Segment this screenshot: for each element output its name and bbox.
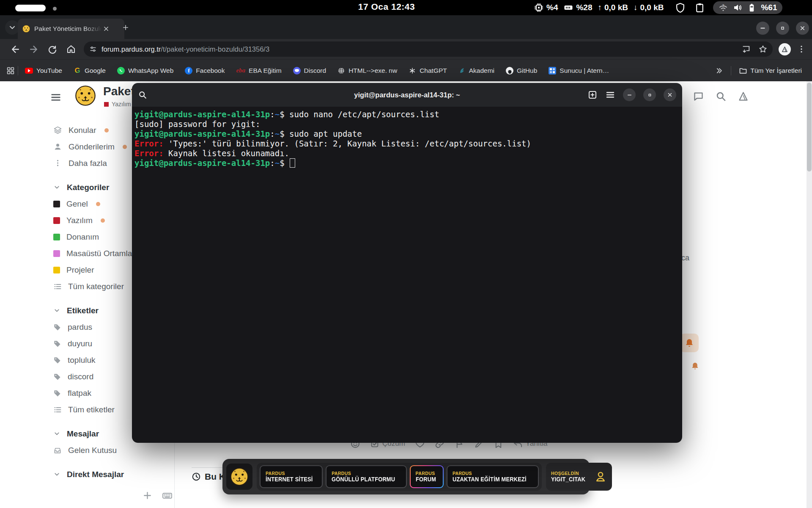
category-color-swatch <box>104 102 109 107</box>
terminal-titlebar[interactable]: yigit@pardus-aspire-al14-31p: ~ <box>132 83 682 107</box>
bookmark-star-icon[interactable] <box>758 44 768 54</box>
pardus-dock-logo[interactable] <box>226 464 252 490</box>
sidebar-section-direkt-mesajlar[interactable]: Direkt Mesajlar <box>53 466 174 483</box>
tag-icon <box>53 323 61 331</box>
terminal-cursor <box>290 158 295 168</box>
google-icon: G <box>74 67 81 75</box>
keyboard-shortcuts-icon[interactable] <box>162 490 173 501</box>
inbox-icon <box>53 446 62 455</box>
bookmark-eba[interactable]: eba EBA Eğitim <box>236 67 281 75</box>
new-dot <box>104 128 109 133</box>
bookmark-akademi[interactable]: Akademi <box>458 67 494 75</box>
chat-icon[interactable] <box>693 91 704 102</box>
reload-button[interactable] <box>43 44 62 54</box>
page-scrollbar-thumb[interactable] <box>807 83 812 171</box>
dock-link-internet-sitesi[interactable]: PARDUSİNTERNET SİTESİ <box>260 465 323 488</box>
terminal-output[interactable]: yigit@pardus-aspire-al14-31p:~$ sudo nan… <box>132 107 682 443</box>
window-maximize-button[interactable] <box>776 22 789 35</box>
list-icon <box>53 282 62 291</box>
forum-logo[interactable] <box>74 85 96 107</box>
terminal-close-button[interactable] <box>664 88 676 101</box>
terminal-window[interactable]: yigit@pardus-aspire-al14-31p: ~ yigit@pa… <box>132 83 682 443</box>
back-button[interactable] <box>6 44 25 55</box>
plus-icon <box>122 24 129 31</box>
bookmark-github[interactable]: GitHub <box>506 67 537 75</box>
page-scrollbar-track[interactable] <box>807 81 812 508</box>
url-bar[interactable]: forum.pardus.org.tr /t/paket-yoneticim-b… <box>84 41 773 57</box>
category-swatch <box>53 201 60 207</box>
clock-icon <box>192 472 201 481</box>
home-button[interactable] <box>62 44 80 54</box>
terminal-line: [sudo] password for yigit: <box>134 119 682 129</box>
tag-icon <box>53 340 61 348</box>
bookmark-discord[interactable]: Discord <box>293 67 326 75</box>
terminal-maximize-button[interactable] <box>643 88 656 101</box>
tag-icon <box>53 373 61 381</box>
download-indicator: ↓0,0 kB <box>634 3 664 12</box>
bell-icon <box>684 338 694 348</box>
user-avatar[interactable] <box>738 91 749 102</box>
bookmark-html-exe[interactable]: HTML-->exe. nw <box>337 67 397 75</box>
tag-icon <box>53 356 61 364</box>
tab-close-button[interactable] <box>103 25 110 32</box>
bookmark-sunucu[interactable]: Sunucu | Atern… <box>549 67 609 75</box>
dock-link-forum[interactable]: PARDUSFORUM <box>410 465 444 488</box>
search-icon[interactable] <box>715 91 727 102</box>
upload-value: 0,0 kB <box>604 3 628 12</box>
terminal-minimize-button[interactable] <box>623 88 636 101</box>
akademi-icon <box>458 67 466 74</box>
bookmark-google[interactable]: G Google <box>74 67 106 75</box>
notification-bell-badge[interactable] <box>680 334 699 352</box>
facebook-icon: f <box>185 67 192 75</box>
discord-icon <box>293 67 301 75</box>
tab-search-chevron-button[interactable] <box>5 20 19 35</box>
forum-menu-button[interactable] <box>50 91 62 103</box>
list-icon <box>53 406 62 414</box>
youtube-icon <box>25 68 33 74</box>
category-swatch <box>53 267 60 273</box>
sidebar-item-gelen-kutusu[interactable]: Gelen Kutusu <box>53 442 174 458</box>
window-close-button[interactable] <box>796 22 809 35</box>
forward-button[interactable] <box>25 44 43 55</box>
new-tab-button[interactable] <box>122 24 129 31</box>
bell-small[interactable] <box>691 362 700 370</box>
bookmarks-overflow-icon[interactable] <box>715 66 723 75</box>
clock: 17 Oca 12:43 <box>344 2 429 12</box>
bookmark-facebook[interactable]: f Facebook <box>185 67 225 75</box>
browser-tab[interactable]: Paket Yöneticim Bozuldu <box>18 19 124 39</box>
add-section-icon[interactable] <box>142 490 153 501</box>
profile-avatar[interactable] <box>779 43 791 55</box>
bookmark-whatsapp[interactable]: WhatsApp Web <box>117 67 173 75</box>
dock-welcome-user[interactable]: HOŞGELDİN YIGIT_CITAK <box>546 463 612 491</box>
browser-menu-button[interactable] <box>797 44 806 54</box>
sidebar-divider <box>174 441 175 508</box>
bookmark-youtube[interactable]: YouTube <box>25 67 62 75</box>
site-info-icon[interactable] <box>89 45 97 53</box>
chatgpt-icon <box>409 67 416 75</box>
bookmark-chatgpt[interactable]: ChatGPT <box>409 67 447 75</box>
wifi-question-icon <box>718 3 728 13</box>
terminal-new-tab-icon[interactable] <box>587 90 598 100</box>
topic-title-partial: Paket <box>103 85 133 98</box>
related-topics-heading: Bu K <box>192 472 225 482</box>
dock-link-gonullu-platformu[interactable]: PARDUSGÖNÜLLÜ PLATFORMU <box>326 465 406 488</box>
pardus-logo <box>74 85 96 107</box>
all-bookmarks-button[interactable]: Tüm Yer İşaretleri <box>739 66 802 75</box>
apps-grid-icon[interactable] <box>6 66 15 75</box>
hamburger-icon <box>50 91 62 103</box>
chevron-down-icon <box>53 184 60 191</box>
window-minimize-button[interactable] <box>756 22 769 35</box>
bookmarks-bar: YouTube G Google WhatsApp Web f Facebook… <box>0 59 812 81</box>
page-fragment-text: ca <box>681 254 689 262</box>
terminal-search-icon[interactable] <box>138 90 147 99</box>
topic-category[interactable]: Yazılım <box>104 101 132 108</box>
divider <box>18 66 18 75</box>
globe-icon <box>337 67 345 75</box>
clipboard-icon <box>694 3 705 13</box>
terminal-menu-icon[interactable] <box>605 90 615 100</box>
quick-settings-capsule[interactable]: %61 <box>713 1 782 14</box>
ellipsis-icon <box>53 159 62 168</box>
dock-link-uzaktan-egitim[interactable]: PARDUSUZAKTAN EĞİTİM MERKEZİ <box>447 465 539 488</box>
user-icon <box>594 470 607 483</box>
install-app-icon[interactable] <box>741 44 751 54</box>
